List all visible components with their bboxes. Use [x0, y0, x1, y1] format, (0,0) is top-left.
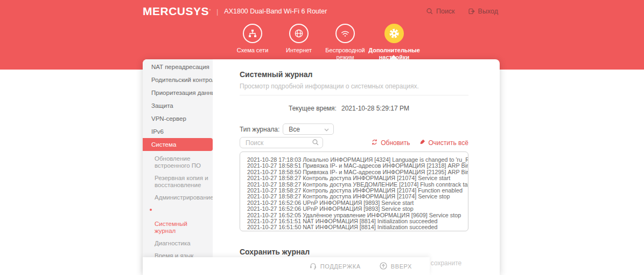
footer: ПОДДЕРЖКА ВВЕРХ	[143, 257, 430, 275]
gear-icon	[384, 24, 404, 43]
logout-label: Выход	[478, 8, 498, 15]
page-subtitle: Просмотр подробной информации о системны…	[240, 82, 468, 95]
nav-label: Схема сети	[237, 47, 269, 54]
log-type-select[interactable]: Все	[283, 123, 334, 135]
mercusys-logo: MERCUSYS	[143, 5, 209, 18]
sidebar-item-parental-control[interactable]: Родительский контроль	[143, 73, 213, 86]
search-icon	[426, 8, 433, 15]
sidebar-subitem-backup-restore[interactable]: Резервная копия и восстановление	[143, 172, 213, 191]
sidebar-subitem-label: Системный журнал	[155, 221, 187, 234]
header-search-button[interactable]: Поиск	[426, 8, 455, 15]
sidebar-item-qos[interactable]: Приоритезация данных	[143, 86, 213, 99]
refresh-icon	[371, 139, 378, 147]
log-entry: 2021-10-27 18:58:27 Контроль доступа ИНФ…	[247, 175, 465, 181]
nav-label: Интернет	[286, 47, 312, 54]
sidebar: NAT переадресация Родительский контроль …	[143, 59, 213, 275]
brand-separator: |	[216, 8, 218, 16]
header-actions: Поиск Выход	[426, 0, 498, 23]
save-log-title: Сохранить журнал	[240, 248, 468, 256]
wifi-icon	[335, 24, 355, 43]
logo-trademark: '	[209, 9, 211, 15]
nav-network-map[interactable]: Схема сети	[229, 24, 276, 54]
log-entry: 2021-10-27 16:51:50 NAT ИНФОРМАЦИЯ [8814…	[247, 224, 465, 230]
current-time-row: Текущее время: 2021-10-28 5:29:17 PM	[289, 105, 468, 112]
main-content: Системный журнал Просмотр подробной инфо…	[213, 59, 500, 275]
log-type-row: Тип журнала: Все	[240, 123, 500, 135]
router-model-label: AX1800 Dual-Band Wi-Fi 6 Router	[224, 8, 327, 15]
scroll-to-top-button[interactable]: ВВЕРХ	[379, 262, 412, 271]
sidebar-item-vpn-server[interactable]: VPN-сервер	[143, 112, 213, 125]
router-admin-page: MERCUSYS ' | AX1800 Dual-Band Wi-Fi 6 Ro…	[0, 0, 644, 275]
page-title: Системный журнал	[240, 70, 468, 79]
search-icon	[312, 139, 319, 148]
broom-icon	[419, 139, 426, 147]
arrow-up-circle-icon	[379, 262, 388, 271]
scroll-to-top-label: ВВЕРХ	[391, 263, 412, 270]
globe-icon	[289, 24, 309, 43]
sidebar-item-nat-forwarding[interactable]: NAT переадресация	[143, 60, 213, 73]
search-box	[240, 137, 323, 148]
log-type-label: Тип журнала:	[240, 126, 279, 133]
network-map-icon	[243, 24, 262, 43]
content-card: NAT переадресация Родительский контроль …	[143, 59, 500, 275]
sidebar-item-ipv6[interactable]: IPv6	[143, 125, 213, 138]
sidebar-item-system[interactable]: Система	[143, 138, 213, 151]
log-search-input[interactable]	[240, 137, 323, 148]
current-time-label: Текущее время:	[289, 105, 337, 112]
log-actions: Обновить Очистить всё	[371, 139, 468, 148]
sidebar-subitem-system-log[interactable]: Системный журнал	[143, 204, 213, 237]
sidebar-item-security[interactable]: Защита	[143, 99, 213, 112]
active-bullet	[150, 209, 152, 211]
header-search-label: Поиск	[436, 8, 455, 15]
nav-wireless[interactable]: Беспроводной режим	[322, 24, 368, 61]
support-button[interactable]: ПОДДЕРЖКА	[309, 262, 361, 271]
log-entry: 2021-10-27 16:52:06 UPnP ИНФОРМАЦИЯ [989…	[247, 206, 465, 212]
refresh-button[interactable]: Обновить	[371, 139, 410, 147]
header-brand: MERCUSYS ' | AX1800 Dual-Band Wi-Fi 6 Ro…	[143, 0, 327, 23]
search-row: Обновить Очистить всё	[240, 137, 468, 148]
nav-internet[interactable]: Интернет	[276, 24, 322, 54]
top-navigation: Схема сети Интернет	[0, 24, 644, 61]
logout-button[interactable]: Выход	[468, 8, 498, 15]
chevron-down-icon	[324, 126, 329, 133]
current-time-value: 2021-10-28 5:29:17 PM	[341, 105, 409, 112]
headset-icon	[309, 262, 317, 271]
refresh-label: Обновить	[381, 139, 410, 147]
log-type-selected-value: Все	[289, 126, 300, 133]
log-table[interactable]: 2021-10-28 17:18:03 Локально ИНФОРМАЦИЯ …	[240, 152, 468, 231]
sidebar-subitem-administration[interactable]: Администрирование	[143, 191, 213, 204]
sidebar-submenu: Обновление встроенного ПО Резервная копи…	[143, 151, 213, 275]
logout-icon	[468, 8, 475, 15]
clear-all-button[interactable]: Очистить всё	[419, 139, 468, 147]
support-label: ПОДДЕРЖКА	[320, 263, 361, 270]
sidebar-menu: NAT переадресация Родительский контроль …	[143, 59, 213, 151]
clear-all-label: Очистить всё	[429, 139, 468, 147]
sidebar-subitem-diagnostics[interactable]: Диагностика	[143, 237, 213, 250]
sidebar-subitem-firmware-update[interactable]: Обновление встроенного ПО	[143, 153, 213, 172]
